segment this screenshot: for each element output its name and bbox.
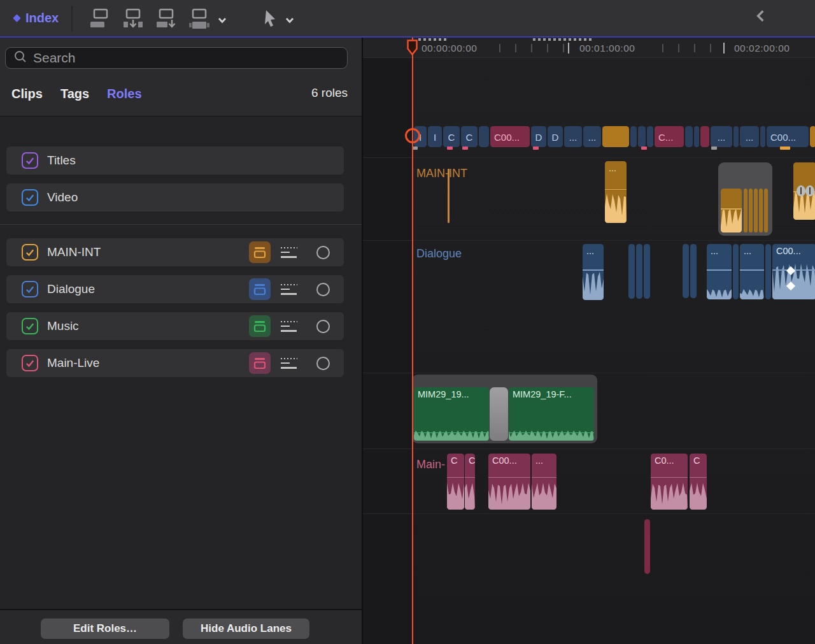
storyline-clip[interactable] bbox=[734, 126, 739, 147]
volume-line[interactable] bbox=[488, 477, 530, 478]
tab-tags[interactable]: Tags bbox=[60, 87, 89, 101]
volume-line[interactable] bbox=[651, 477, 688, 478]
focus-role-button[interactable] bbox=[316, 283, 330, 296]
timeline-clip[interactable]: MIM29_19... bbox=[414, 387, 489, 441]
timeline-clip[interactable] bbox=[764, 189, 768, 233]
timeline-clip[interactable]: C00... bbox=[488, 454, 530, 510]
volume-line[interactable] bbox=[509, 433, 594, 434]
timeline-clip[interactable] bbox=[765, 244, 771, 299]
storyline-clip[interactable]: I bbox=[428, 126, 442, 147]
storyline-clip[interactable]: C00... bbox=[767, 126, 809, 147]
timeline-clip[interactable] bbox=[628, 244, 635, 299]
role-checkbox[interactable] bbox=[22, 244, 38, 261]
role-row-video[interactable]: Video bbox=[6, 183, 344, 211]
timeline-clip[interactable] bbox=[644, 519, 650, 574]
clip-marker[interactable] bbox=[641, 147, 647, 150]
role-row-music[interactable]: Music bbox=[6, 312, 344, 340]
timeline-clip[interactable] bbox=[749, 189, 753, 233]
storyline-clip[interactable]: D bbox=[548, 126, 563, 147]
timeline-clip[interactable]: ... bbox=[532, 454, 556, 510]
storyline-clip[interactable]: C bbox=[461, 126, 478, 147]
role-checkbox[interactable] bbox=[22, 189, 38, 206]
storyline-clip[interactable] bbox=[638, 126, 646, 147]
storyline-clip[interactable] bbox=[602, 126, 629, 147]
volume-line[interactable] bbox=[721, 208, 742, 210]
clip-marker[interactable] bbox=[711, 147, 717, 150]
storyline-clip[interactable]: ... bbox=[564, 126, 582, 147]
chevron-left-icon[interactable] bbox=[756, 10, 765, 25]
volume-line[interactable] bbox=[465, 477, 475, 478]
timeline-clip[interactable]: C0... bbox=[651, 454, 688, 510]
storyline-clip[interactable] bbox=[479, 126, 489, 147]
storyline-clip[interactable] bbox=[810, 126, 815, 147]
focus-role-button[interactable] bbox=[316, 320, 330, 333]
storyline-clip[interactable]: C bbox=[443, 126, 460, 147]
storyline-clip[interactable]: C... bbox=[655, 126, 684, 147]
timeline[interactable]: 00:00:00:0000:01:00:0000:02:00:00 MAIN-I… bbox=[362, 38, 815, 644]
volume-line[interactable] bbox=[605, 189, 627, 190]
role-checkbox[interactable] bbox=[22, 281, 38, 297]
role-row-main-int[interactable]: MAIN-INT bbox=[6, 238, 344, 266]
role-row-dialogue[interactable]: Dialogue bbox=[6, 275, 344, 303]
search-input[interactable]: Search bbox=[5, 47, 348, 69]
clip-marker[interactable] bbox=[462, 147, 468, 150]
volume-line[interactable] bbox=[690, 477, 707, 478]
show-subroles-button[interactable] bbox=[281, 247, 300, 258]
focus-role-button[interactable] bbox=[316, 357, 330, 370]
tab-clips[interactable]: Clips bbox=[11, 87, 43, 101]
fade-handle[interactable] bbox=[805, 185, 814, 196]
timeline-clip[interactable]: ... bbox=[740, 244, 764, 299]
show-subroles-button[interactable] bbox=[281, 284, 300, 295]
role-checkbox[interactable] bbox=[22, 318, 38, 334]
timeline-clip[interactable] bbox=[759, 189, 763, 233]
show-subroles-button[interactable] bbox=[281, 358, 300, 369]
timeline-clip[interactable]: C bbox=[465, 454, 475, 510]
clip-marker[interactable] bbox=[780, 147, 790, 150]
timeline-clip[interactable] bbox=[683, 244, 689, 298]
timeline-clip[interactable]: ... bbox=[583, 244, 604, 300]
fade-handle[interactable] bbox=[797, 185, 805, 196]
overwrite-edit-icon[interactable] bbox=[187, 5, 211, 32]
storyline-clip[interactable]: D bbox=[531, 126, 546, 147]
storyline-clip[interactable]: C00... bbox=[490, 126, 530, 147]
timeline-clip[interactable]: MIM29_19-F... bbox=[509, 387, 594, 441]
volume-line[interactable] bbox=[532, 477, 556, 478]
timeline-clip[interactable]: ... bbox=[707, 244, 732, 299]
storyline-clip[interactable] bbox=[700, 126, 709, 147]
chevron-down-icon[interactable] bbox=[285, 17, 294, 24]
show-audio-lane-button[interactable] bbox=[249, 241, 271, 263]
volume-line[interactable] bbox=[740, 269, 764, 271]
storyline-clip[interactable]: ... bbox=[711, 126, 732, 147]
timeline-clip[interactable] bbox=[744, 189, 748, 233]
insert-edit-icon[interactable] bbox=[121, 5, 145, 32]
show-audio-lane-button[interactable] bbox=[249, 315, 271, 337]
clip-marker[interactable] bbox=[447, 147, 453, 150]
volume-line[interactable] bbox=[583, 269, 604, 271]
show-subroles-button[interactable] bbox=[281, 321, 300, 332]
storyline-clip[interactable] bbox=[647, 126, 653, 147]
timeline-clip[interactable] bbox=[448, 169, 450, 223]
clip-marker[interactable] bbox=[533, 147, 539, 150]
volume-line[interactable] bbox=[414, 433, 489, 434]
storyline-clip[interactable]: ... bbox=[740, 126, 759, 147]
timeline-ruler[interactable]: 00:00:00:0000:01:00:0000:02:00:00 bbox=[363, 38, 815, 58]
hide-audio-lanes-button[interactable]: Hide Audio Lanes bbox=[183, 619, 309, 639]
timeline-clip[interactable]: C00... bbox=[772, 244, 815, 299]
timeline-clip[interactable] bbox=[793, 162, 815, 220]
storyline-clip[interactable] bbox=[685, 126, 693, 147]
storyline-clip[interactable]: ... bbox=[583, 126, 601, 147]
append-edit-icon[interactable] bbox=[154, 5, 178, 32]
timeline-clip[interactable] bbox=[690, 244, 697, 298]
timeline-clip[interactable] bbox=[636, 244, 642, 299]
show-audio-lane-button[interactable] bbox=[249, 278, 271, 300]
timeline-clip[interactable] bbox=[733, 244, 739, 299]
timeline-clip[interactable]: C bbox=[447, 454, 464, 510]
connect-edit-icon[interactable] bbox=[88, 5, 112, 32]
role-checkbox[interactable] bbox=[22, 152, 38, 169]
chevron-down-icon[interactable] bbox=[218, 17, 227, 24]
role-row-titles[interactable]: Titles bbox=[6, 147, 344, 175]
volume-line[interactable] bbox=[447, 477, 464, 478]
role-row-main-live[interactable]: Main-Live bbox=[6, 349, 344, 377]
storyline-clip[interactable] bbox=[630, 126, 637, 147]
timeline-clip[interactable] bbox=[754, 189, 758, 233]
